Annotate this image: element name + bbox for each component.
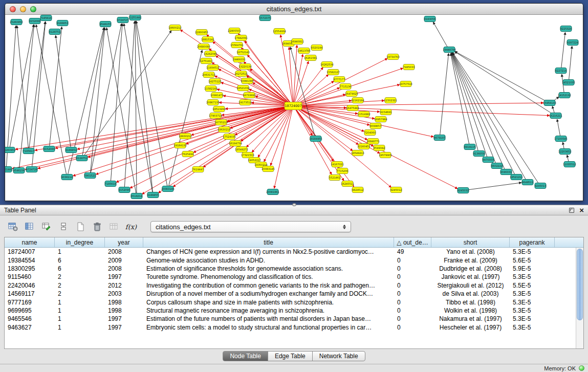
table-row[interactable]: 1938455462009Genome-wide association stu… [5, 256, 583, 264]
column-header-short[interactable]: short [431, 237, 510, 247]
graph-node[interactable]: 9152088 [29, 18, 40, 24]
panel-drag-handle[interactable] [292, 203, 296, 206]
table-row[interactable]: 946362711997Embryonic stem cells: a mode… [5, 323, 583, 332]
graph-node[interactable]: 10991385 [241, 78, 253, 84]
graph-node[interactable]: 14275125 [208, 79, 221, 84]
graph-node[interactable]: 11514982 [357, 112, 370, 117]
graph-node[interactable]: 18521034 [236, 85, 249, 91]
graph-node[interactable]: 9036114 [61, 174, 73, 180]
graph-node[interactable]: 9186855 [147, 192, 159, 198]
graph-node[interactable]: 9152090 [119, 187, 130, 193]
graph-node[interactable]: 11934512 [206, 65, 219, 71]
minimize-window-button[interactable] [20, 6, 26, 12]
graph-node[interactable]: 19466031 [232, 57, 245, 62]
graph-node[interactable]: 15958133 [543, 100, 556, 106]
graph-node[interactable]: 20867135 [206, 100, 219, 105]
graph-node[interactable]: 8649511 [522, 180, 533, 185]
column-header-title[interactable]: title [143, 237, 394, 247]
graph-node[interactable]: 9470355 [483, 157, 494, 163]
graph-node[interactable]: 17100545 [554, 136, 567, 142]
graph-node[interactable]: 16940911 [291, 39, 303, 45]
graph-node[interactable]: 8128752 [76, 156, 88, 161]
graph-node[interactable]: 9724727 [117, 17, 128, 23]
graph-node[interactable]: 9186854 [66, 147, 77, 153]
graph-node[interactable]: 9546155 [100, 21, 111, 27]
graph-node[interactable]: 9136059 [473, 151, 485, 157]
graph-node[interactable]: 5901521 [84, 173, 96, 179]
graph-node[interactable]: 32160451 [357, 144, 370, 149]
graph-node[interactable]: 22805501 [228, 28, 241, 34]
graph-node[interactable]: 18549213 [351, 150, 364, 156]
graph-node[interactable]: 11502321 [384, 98, 397, 103]
function-builder-icon[interactable]: f(x) [125, 222, 137, 232]
window-titlebar[interactable]: citations_edges.txt [5, 4, 583, 15]
graph-node[interactable]: 12554934 [273, 29, 286, 34]
graph-node[interactable]: 11035512 [563, 162, 576, 167]
graph-node[interactable]: 12203652 [558, 149, 571, 155]
graph-node[interactable]: 19734763 [386, 54, 399, 60]
graph-node[interactable]: 8777177 [334, 77, 345, 82]
graph-node[interactable]: 25260850 [10, 19, 23, 25]
graph-node[interactable]: 11582143 [204, 86, 217, 92]
column-header-year[interactable]: year [105, 237, 143, 247]
graph-node[interactable]: 16261581 [304, 55, 317, 61]
graph-node[interactable]: 18600212 [168, 25, 181, 31]
graph-node[interactable]: 18630214 [217, 127, 230, 133]
graph-node[interactable]: 9245012 [390, 187, 402, 193]
graph-node-hub[interactable]: 18724007 [285, 102, 302, 110]
graph-node[interactable]: 5521461 [329, 175, 340, 181]
graph-node[interactable]: 15564791 [230, 42, 243, 48]
graph-node[interactable]: 14242045 [204, 51, 216, 57]
graph-node[interactable]: 8183056 [424, 16, 435, 22]
graph-node[interactable]: 8518214 [131, 193, 142, 199]
graph-node[interactable]: 19579905 [379, 152, 391, 158]
graph-node[interactable]: 14167021 [331, 162, 343, 167]
graph-node[interactable]: 15582127 [326, 70, 339, 75]
graph-node[interactable]: 17842091 [234, 35, 247, 41]
graph-node[interactable]: 8679197 [434, 135, 445, 141]
graph-node[interactable]: 16848771 [366, 139, 379, 144]
column-header-in_degree[interactable]: in_degree [55, 237, 105, 247]
graph-node[interactable]: 7619447 [192, 167, 204, 172]
graph-node[interactable]: 7204060 [364, 130, 376, 136]
column-header-pagerank[interactable]: pagerank [510, 237, 555, 247]
rows-icon[interactable] [58, 222, 69, 232]
graph-node[interactable]: 9154691 [380, 110, 391, 115]
scrollbar-thumb[interactable] [577, 249, 583, 320]
select-columns-icon[interactable] [24, 222, 35, 232]
graph-node[interactable]: 22800955 [195, 30, 208, 35]
graph-node[interactable]: 13220134 [238, 64, 251, 70]
graph-node[interactable]: 5572375 [259, 15, 271, 21]
import-table-icon[interactable] [108, 222, 120, 232]
graph-node[interactable]: 12751411 [200, 58, 212, 64]
graph-node[interactable]: 18549272 [235, 147, 248, 152]
graph-node[interactable]: 18752143 [236, 50, 249, 55]
graph-node[interactable]: 8227214 [555, 68, 567, 74]
graph-node[interactable]: 10991472 [210, 93, 223, 98]
graph-node[interactable]: 7715206 [337, 168, 348, 174]
graph-node[interactable]: 20081861 [266, 189, 279, 195]
graph-node[interactable]: 16262534 [320, 62, 333, 68]
graph-node[interactable]: 8320194 [311, 45, 322, 51]
graph-node[interactable]: 7715136 [340, 84, 351, 90]
graph-node[interactable]: 20083145 [262, 166, 274, 172]
graph-node[interactable]: 9245032 [458, 188, 469, 193]
graph-node[interactable]: 16272515 [234, 71, 247, 77]
table-vertical-scrollbar[interactable] [576, 248, 583, 348]
table-row[interactable]: 2242004622012Investigating the contribut… [5, 281, 583, 290]
graph-node[interactable]: 7185618 [105, 181, 116, 187]
graph-node[interactable]: 20631713 [202, 72, 215, 78]
table-selector-dropdown[interactable]: citations_edges.txt [150, 221, 351, 232]
graph-node[interactable]: 9287224 [567, 40, 578, 46]
graph-node[interactable]: 8549342 [374, 145, 385, 151]
graph-node[interactable]: 19613785 [297, 48, 310, 54]
graph-node[interactable]: 9245013 [535, 183, 546, 189]
table-row[interactable]: 977716911998Corpus callosum shape and si… [5, 298, 583, 306]
graph-node[interactable]: 9824512 [352, 187, 363, 193]
graph-node[interactable]: 7485033 [403, 64, 415, 70]
graph-node[interactable]: 19184955 [309, 136, 322, 142]
column-header-name[interactable]: name [5, 237, 55, 247]
graph-node[interactable]: 9225324 [560, 26, 572, 32]
graph-node[interactable]: 20680080 [197, 44, 210, 50]
table-row[interactable]: 1872400712008Changes of HCN gene express… [5, 248, 583, 256]
